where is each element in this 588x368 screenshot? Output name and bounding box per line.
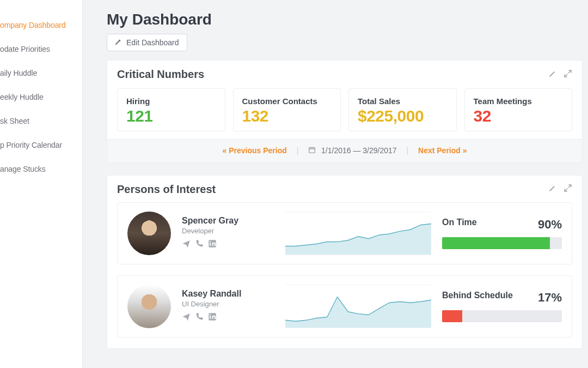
metric-percentage: 90% bbox=[538, 218, 562, 232]
progress-bar bbox=[442, 237, 562, 249]
card-value: $225,000 bbox=[358, 107, 448, 125]
pencil-icon bbox=[115, 38, 122, 47]
next-period-link[interactable]: Next Period » bbox=[418, 146, 467, 155]
separator: | bbox=[407, 146, 409, 155]
panel-expand-icon[interactable] bbox=[564, 184, 572, 195]
svg-point-3 bbox=[210, 241, 211, 242]
edit-dashboard-button[interactable]: Edit Dashboard bbox=[107, 34, 187, 51]
nav-company-dashboard[interactable]: ompany Dashboard bbox=[0, 13, 82, 37]
card-value: 132 bbox=[242, 107, 332, 125]
poi-row: Kasey Randall UI Designer bbox=[117, 275, 572, 337]
card-value: 32 bbox=[474, 107, 564, 125]
poi-role: UI Designer bbox=[182, 300, 274, 308]
panel-edit-icon[interactable] bbox=[548, 69, 557, 80]
svg-rect-0 bbox=[309, 148, 315, 153]
sparkline-chart bbox=[285, 285, 431, 328]
nav-priority-calendar[interactable]: p Priority Calendar bbox=[0, 133, 82, 157]
avatar[interactable] bbox=[127, 285, 171, 328]
paper-plane-icon[interactable] bbox=[182, 312, 191, 323]
metric-percentage: 17% bbox=[538, 291, 562, 305]
main: My Dashboard Edit Dashboard Critical Num… bbox=[83, 0, 588, 368]
svg-point-6 bbox=[210, 314, 211, 315]
card-label: Customer Contacts bbox=[242, 96, 332, 106]
card-customer-contacts[interactable]: Customer Contacts 132 bbox=[233, 88, 341, 131]
period-bar: « Previous Period | 1/1/2016 — 3/29/2017… bbox=[107, 139, 582, 162]
nav-task-sheet[interactable]: sk Sheet bbox=[0, 109, 82, 133]
card-label: Hiring bbox=[126, 96, 216, 106]
avatar[interactable] bbox=[127, 212, 171, 255]
nav-manage-stucks[interactable]: anage Stucks bbox=[0, 157, 82, 181]
poi-name: Spencer Gray bbox=[182, 216, 274, 226]
persons-of-interest-panel: Persons of Interest Spencer Gray bbox=[107, 175, 583, 349]
metric-label: Behind Schedule bbox=[442, 291, 513, 305]
sidebar: ompany Dashboard odate Priorities aily H… bbox=[0, 0, 83, 368]
separator: | bbox=[297, 146, 299, 155]
calendar-icon bbox=[308, 146, 316, 155]
edit-dashboard-label: Edit Dashboard bbox=[126, 38, 179, 47]
card-label: Total Sales bbox=[358, 96, 448, 106]
panel-edit-icon[interactable] bbox=[548, 184, 557, 195]
sparkline-chart bbox=[285, 212, 431, 255]
metric-label: On Time bbox=[442, 218, 477, 232]
svg-rect-5 bbox=[210, 316, 211, 319]
period-range: 1/1/2016 — 3/29/2017 bbox=[321, 146, 397, 155]
progress-fill bbox=[442, 237, 550, 249]
phone-icon[interactable] bbox=[195, 239, 204, 250]
poi-title: Persons of Interest bbox=[117, 183, 216, 196]
linkedin-icon[interactable] bbox=[208, 239, 217, 250]
card-value: 121 bbox=[126, 107, 216, 125]
progress-bar bbox=[442, 310, 562, 322]
svg-rect-2 bbox=[210, 243, 211, 246]
card-label: Team Meetings bbox=[474, 96, 564, 106]
page-title: My Dashboard bbox=[107, 11, 583, 28]
poi-role: Developer bbox=[182, 227, 274, 235]
previous-period-link[interactable]: « Previous Period bbox=[222, 146, 286, 155]
linkedin-icon[interactable] bbox=[208, 312, 217, 323]
critical-numbers-title: Critical Numbers bbox=[117, 68, 204, 81]
panel-expand-icon[interactable] bbox=[564, 69, 572, 80]
paper-plane-icon[interactable] bbox=[182, 239, 191, 250]
card-hiring[interactable]: Hiring 121 bbox=[117, 88, 225, 131]
poi-name: Kasey Randall bbox=[182, 289, 274, 299]
poi-row: Spencer Gray Developer bbox=[117, 202, 572, 264]
nav-update-priorities[interactable]: odate Priorities bbox=[0, 37, 82, 61]
critical-numbers-panel: Critical Numbers Hiring 121 Customer Con… bbox=[107, 60, 583, 163]
card-team-meetings[interactable]: Team Meetings 32 bbox=[464, 88, 573, 131]
progress-fill bbox=[442, 310, 462, 322]
nav-daily-huddle[interactable]: aily Huddle bbox=[0, 61, 82, 85]
phone-icon[interactable] bbox=[195, 312, 204, 323]
nav-weekly-huddle[interactable]: eekly Huddle bbox=[0, 85, 82, 109]
card-total-sales[interactable]: Total Sales $225,000 bbox=[348, 88, 457, 131]
